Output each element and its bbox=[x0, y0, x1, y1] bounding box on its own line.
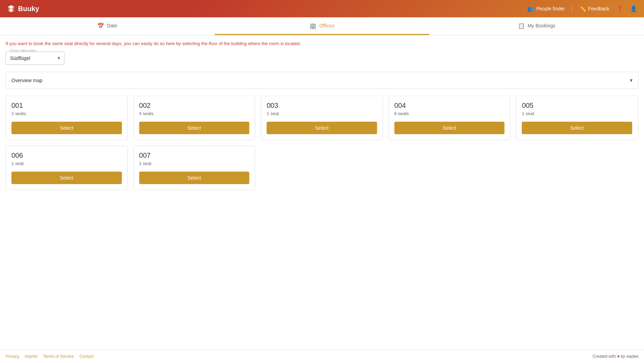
office-icon: 🏢 bbox=[310, 23, 316, 29]
select-button-005[interactable]: Select bbox=[522, 122, 632, 134]
room-number: 006 bbox=[11, 152, 122, 159]
room-card-002: 002 4 seats Select bbox=[133, 96, 256, 140]
overview-map[interactable]: Overview map ▾ bbox=[6, 72, 638, 89]
main-content: If you want to book the same seat direct… bbox=[0, 35, 644, 349]
floor-select[interactable]: Südflügel bbox=[6, 52, 64, 65]
footer-link-contact[interactable]: Contact bbox=[79, 354, 93, 359]
room-grid: 001 2 seats Select 002 4 seats Select 00… bbox=[6, 96, 638, 190]
room-seats: 1 seat bbox=[11, 161, 122, 166]
room-seats: 6 seats bbox=[394, 111, 505, 116]
calendar-icon: 📅 bbox=[97, 23, 104, 29]
room-seats: 2 seats bbox=[11, 111, 122, 116]
footer: PrivacyImprintTerms of ServiceContact Cr… bbox=[0, 349, 644, 363]
chevron-down-icon: ▾ bbox=[630, 77, 633, 84]
select-button-002[interactable]: Select bbox=[139, 122, 250, 134]
room-card-006: 006 1 seat Select bbox=[6, 146, 128, 190]
room-seats: 4 seats bbox=[139, 111, 250, 116]
select-button-001[interactable]: Select bbox=[11, 122, 122, 134]
room-seats: 1 seat bbox=[267, 111, 377, 116]
profile-button[interactable]: 👤 bbox=[630, 6, 637, 12]
header-right: 👥 People finder ✏️ Feedback ❓ 👤 bbox=[527, 5, 637, 12]
tab-my-bookings-label: My Bookings bbox=[528, 23, 555, 28]
room-card-004: 004 6 seats Select bbox=[388, 96, 511, 140]
tab-my-bookings[interactable]: 📋 My Bookings bbox=[429, 17, 644, 35]
header-divider-1 bbox=[572, 5, 572, 12]
footer-credit: Created with ♥ by viadee bbox=[592, 354, 638, 359]
room-card-001: 001 2 seats Select bbox=[6, 96, 128, 140]
select-button-006[interactable]: Select bbox=[11, 172, 122, 184]
room-number: 003 bbox=[267, 102, 377, 110]
room-card-007: 007 1 seat Select bbox=[133, 146, 256, 190]
tab-date-label: Date bbox=[107, 23, 117, 28]
tab-date[interactable]: 📅 Date bbox=[0, 17, 215, 35]
help-icon: ❓ bbox=[616, 6, 623, 12]
app-header: Buuky 👥 People finder ✏️ Feedback ❓ 👤 bbox=[0, 0, 644, 17]
room-seats: 1 seat bbox=[139, 161, 250, 166]
room-card-003: 003 1 seat Select bbox=[261, 96, 383, 140]
user-icon: 👤 bbox=[630, 6, 637, 12]
select-button-007[interactable]: Select bbox=[139, 172, 250, 184]
room-number: 004 bbox=[394, 102, 505, 110]
tab-offices[interactable]: 🏢 Offices bbox=[215, 17, 429, 35]
people-finder-icon: 👥 bbox=[527, 6, 534, 12]
footer-link-terms-of-service[interactable]: Terms of Service bbox=[43, 354, 74, 359]
footer-link-privacy[interactable]: Privacy bbox=[6, 354, 19, 359]
info-text: If you want to book the same seat direct… bbox=[6, 41, 638, 46]
people-finder-label: People finder bbox=[536, 6, 565, 11]
feedback-label: Feedback bbox=[588, 6, 609, 11]
room-number: 007 bbox=[139, 152, 250, 159]
logo[interactable]: Buuky bbox=[7, 5, 39, 13]
floor-selector-wrapper: Floor (Münster) Südflügel ▼ bbox=[6, 52, 638, 65]
help-button[interactable]: ❓ bbox=[616, 6, 623, 12]
room-number: 001 bbox=[11, 102, 122, 110]
room-number: 002 bbox=[139, 102, 250, 110]
tab-offices-label: Offices bbox=[319, 23, 334, 28]
feedback-button[interactable]: ✏️ Feedback bbox=[579, 6, 609, 12]
room-seats: 1 seat bbox=[522, 111, 632, 116]
room-number: 005 bbox=[522, 102, 632, 110]
edit-icon: ✏️ bbox=[579, 6, 586, 12]
floor-field: Floor (Münster) Südflügel ▼ bbox=[6, 52, 64, 65]
logo-icon bbox=[7, 5, 15, 13]
bookings-icon: 📋 bbox=[518, 23, 525, 29]
logo-text: Buuky bbox=[18, 5, 39, 13]
nav-tabs: 📅 Date 🏢 Offices 📋 My Bookings bbox=[0, 17, 644, 35]
select-button-003[interactable]: Select bbox=[267, 122, 377, 134]
select-button-004[interactable]: Select bbox=[394, 122, 505, 134]
overview-map-label: Overview map bbox=[11, 78, 42, 83]
room-card-005: 005 1 seat Select bbox=[516, 96, 638, 140]
footer-link-imprint[interactable]: Imprint bbox=[25, 354, 37, 359]
footer-links: PrivacyImprintTerms of ServiceContact bbox=[6, 354, 94, 359]
people-finder-button[interactable]: 👥 People finder bbox=[527, 6, 565, 12]
